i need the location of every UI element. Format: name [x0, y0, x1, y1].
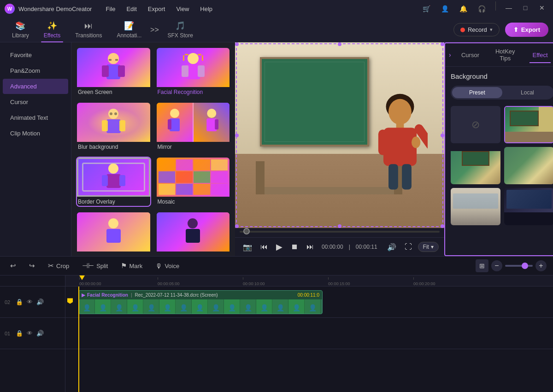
effect-card-facial-recognition[interactable]: Facial Recognition	[156, 47, 231, 97]
volume-button[interactable]: 🔊	[385, 241, 399, 253]
bg-classroom2[interactable]	[451, 147, 500, 184]
fullscreen-button[interactable]: ⛶	[402, 241, 414, 252]
cart-icon[interactable]: 🛒	[419, 1, 434, 16]
preset-button[interactable]: Preset	[452, 87, 502, 98]
zoom-out-button[interactable]: −	[491, 260, 502, 271]
progress-thumb[interactable]	[243, 228, 250, 234]
tab-hotkey-tips[interactable]: HotKey Tips	[488, 43, 523, 66]
fit-timeline-button[interactable]: ⊞	[476, 259, 488, 272]
sidebar-item-clip-motion[interactable]: Clip Motion	[3, 126, 68, 141]
svg-point-20	[170, 109, 179, 118]
bg-classroom1[interactable]	[504, 106, 553, 143]
menu-export[interactable]: Export	[143, 4, 170, 14]
mosaic-label: Mosaic	[157, 197, 230, 206]
effect-card-extra2[interactable]	[156, 211, 231, 255]
effect-card-green-screen[interactable]: Green Screen	[76, 47, 151, 97]
eye-icon[interactable]: 👁	[27, 298, 33, 305]
ruler-mark-0: 00:00:00:00	[79, 281, 101, 286]
sidebar-item-favorite[interactable]: Favorite	[3, 47, 68, 63]
export-button[interactable]: ⬆ Export	[505, 23, 548, 37]
track-label-01: 01 🔒 👁 🔊	[0, 318, 65, 349]
rewind-button[interactable]: ⏮	[258, 241, 270, 252]
svg-rect-10	[185, 54, 188, 55]
record-button[interactable]: Record ▾	[453, 23, 500, 36]
timeline-tracks: ▶ Facial Recognition | Rec_2022-07-12 11…	[65, 287, 553, 392]
svg-rect-33	[186, 229, 200, 243]
green-screen-preview	[77, 48, 150, 87]
split-icon: ⊣⊢	[82, 262, 94, 270]
effect-card-border-overlay[interactable]: Border Overlay	[76, 157, 151, 207]
screenshot-button[interactable]: 📷	[241, 241, 254, 253]
svg-point-26	[108, 164, 118, 174]
sidebar-item-advanced[interactable]: Advanced	[3, 79, 68, 94]
svg-point-32	[188, 218, 198, 228]
thumb-10: 👤	[224, 299, 240, 314]
stop-button[interactable]: ⏹	[288, 241, 300, 252]
tab-arrow-icon[interactable]: ›	[447, 47, 453, 62]
timeline-content: 00:00:00:00 00:00:05:00 00:00:10:00 00:0…	[65, 275, 553, 392]
headset-icon[interactable]: 🎧	[474, 1, 489, 16]
menu-file[interactable]: File	[101, 4, 120, 14]
svg-rect-12	[183, 55, 184, 61]
svg-rect-29	[119, 175, 125, 186]
sidebar-item-cursor[interactable]: Cursor	[3, 94, 68, 110]
zoom-slider[interactable]	[505, 265, 533, 267]
local-button[interactable]: Local	[502, 87, 553, 98]
close-button[interactable]: ✕	[535, 1, 548, 14]
facial-recognition-label: Facial Recognition	[157, 87, 230, 96]
effect-card-mosaic[interactable]: Mosaic	[156, 157, 231, 207]
tab-library[interactable]: 📚 Library	[5, 18, 36, 41]
svg-rect-22	[168, 119, 171, 129]
bg-none[interactable]: ⊘	[451, 106, 500, 143]
record-chevron-icon: ▾	[490, 27, 493, 33]
voice-button[interactable]: 🎙 Voice	[152, 260, 183, 272]
toolbar-more-button[interactable]: >>	[149, 24, 160, 35]
svg-rect-41	[388, 164, 398, 189]
sidebar-item-panzoom[interactable]: Pan&Zoom	[3, 63, 68, 78]
svg-point-30	[108, 218, 118, 228]
tab-effects[interactable]: ✨ Effects	[36, 18, 68, 41]
bg-office2[interactable]	[504, 188, 553, 225]
user-icon[interactable]: 👤	[437, 1, 452, 16]
zoom-in-button[interactable]: +	[535, 260, 547, 271]
undo-button[interactable]: ↩	[6, 260, 20, 272]
menu-edit[interactable]: Edit	[122, 4, 141, 14]
tab-cursor[interactable]: Cursor	[453, 47, 488, 63]
tab-annotations[interactable]: 📝 Annotati...	[109, 18, 149, 41]
menu-help[interactable]: Help	[195, 4, 217, 14]
lock-icon-01[interactable]: 🔒	[16, 330, 23, 337]
audio-icon[interactable]: 🔊	[36, 298, 44, 305]
svg-rect-13	[202, 55, 203, 61]
maximize-button[interactable]: □	[519, 1, 532, 14]
tab-sfx[interactable]: 🎵 SFX Store	[160, 18, 200, 41]
notification-icon[interactable]: 🔔	[456, 1, 471, 16]
svg-rect-2	[102, 65, 109, 77]
bg-classroom3[interactable]	[504, 147, 553, 184]
tab-effect[interactable]: Effect	[523, 47, 553, 63]
timeline-area: 02 🔒 👁 🔊 01 🔒 👁 🔊 00:00:00:00 00:00:05:0…	[0, 275, 553, 392]
effect-card-mirror[interactable]: Mirror	[156, 102, 231, 152]
crop-button[interactable]: ✂ Crop	[44, 260, 73, 272]
mark-button[interactable]: ⚑ Mark	[117, 260, 146, 272]
clip-name: Facial Recognition	[87, 293, 128, 298]
eye-icon-01[interactable]: 👁	[27, 330, 33, 337]
lock-icon[interactable]: 🔒	[16, 298, 23, 305]
menu-view[interactable]: View	[171, 4, 194, 14]
split-button[interactable]: ⊣⊢ Split	[78, 260, 112, 272]
effect-card-blur-bg[interactable]: Blur background	[76, 102, 151, 152]
minimize-button[interactable]: —	[502, 1, 515, 14]
redo-button[interactable]: ↪	[25, 260, 39, 272]
tab-transitions[interactable]: ⏭ Transitions	[68, 18, 109, 41]
sidebar-item-animated-text[interactable]: Animated Text	[3, 110, 68, 125]
mark-icon: ⚑	[121, 262, 127, 270]
audio-icon-01[interactable]: 🔊	[36, 330, 44, 337]
bg-office1[interactable]	[451, 188, 500, 225]
progress-bar[interactable]	[240, 231, 440, 233]
clip-block-02[interactable]: ▶ Facial Recognition | Rec_2022-07-12 11…	[78, 290, 323, 314]
fit-dropdown[interactable]: Fit ▾	[418, 242, 439, 252]
forward-button[interactable]: ⏭	[304, 241, 316, 252]
effect-card-extra1[interactable]	[76, 211, 151, 255]
extra1-label	[77, 252, 150, 254]
mirror-preview	[157, 103, 230, 142]
play-button[interactable]: ▶	[274, 240, 285, 253]
